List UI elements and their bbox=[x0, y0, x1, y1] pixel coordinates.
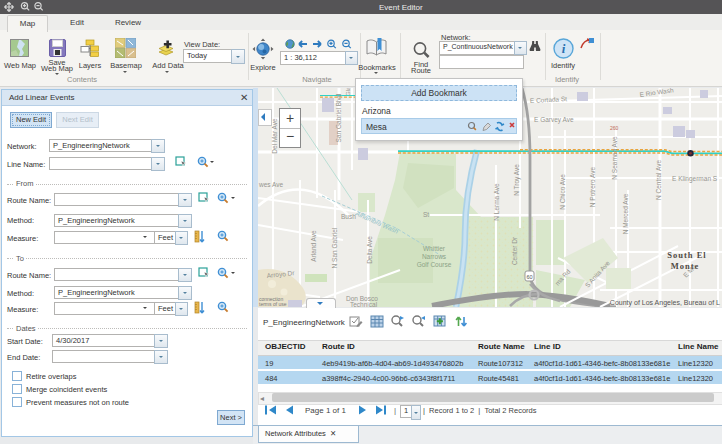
svg-text:terms of use: terms of use bbox=[259, 301, 287, 307]
svg-text:N Troy Ave: N Troy Ave bbox=[513, 164, 521, 196]
svg-text:County of Los Angeles, Bureau: County of Los Angeles, Bureau of L bbox=[610, 299, 720, 307]
svg-text:Arland Ave: Arland Ave bbox=[310, 230, 317, 262]
svg-text:Delta Ave: Delta Ave bbox=[366, 236, 373, 264]
svg-text:E Garvey Ave: E Garvey Ave bbox=[534, 116, 574, 124]
svg-text:N Merced Ave: N Merced Ave bbox=[622, 193, 629, 234]
svg-text:wes Ave: wes Ave bbox=[258, 181, 283, 188]
svg-text:260: 260 bbox=[610, 125, 619, 131]
svg-text:Gla: Gla bbox=[345, 88, 351, 96]
svg-text:St: St bbox=[423, 211, 429, 218]
svg-text:San Gabriel Blvd: San Gabriel Blvd bbox=[335, 93, 342, 142]
svg-text:N Central Ave: N Central Ave bbox=[655, 160, 662, 200]
svg-text:N Potrero Ave: N Potrero Ave bbox=[589, 166, 596, 207]
svg-text:Whittier: Whittier bbox=[423, 245, 446, 252]
svg-text:Narrows: Narrows bbox=[422, 253, 447, 260]
svg-text:N San Gabriel: N San Gabriel bbox=[331, 227, 338, 268]
svg-text:N Chico Ave: N Chico Ave bbox=[559, 174, 566, 210]
svg-text:Bush: Bush bbox=[341, 213, 356, 220]
svg-text:Golf Course: Golf Course bbox=[417, 261, 452, 268]
svg-text:Del Mar Ave: Del Mar Ave bbox=[271, 118, 278, 154]
svg-text:N Lerma Ave: N Lerma Ave bbox=[493, 183, 500, 221]
svg-text:Monte: Monte bbox=[671, 261, 700, 271]
svg-text:E Klingerman S: E Klingerman S bbox=[672, 175, 718, 183]
svg-text:N Seaman Ave: N Seaman Ave bbox=[611, 136, 618, 180]
svg-text:South El: South El bbox=[667, 250, 706, 260]
svg-text:i: i bbox=[562, 41, 566, 56]
svg-text:Page 1 of 1: Page 1 of 1 bbox=[305, 406, 346, 415]
svg-text:Center Dr: Center Dr bbox=[511, 236, 518, 265]
svg-text:60: 60 bbox=[526, 274, 532, 280]
svg-text:Technical: Technical bbox=[350, 301, 378, 307]
